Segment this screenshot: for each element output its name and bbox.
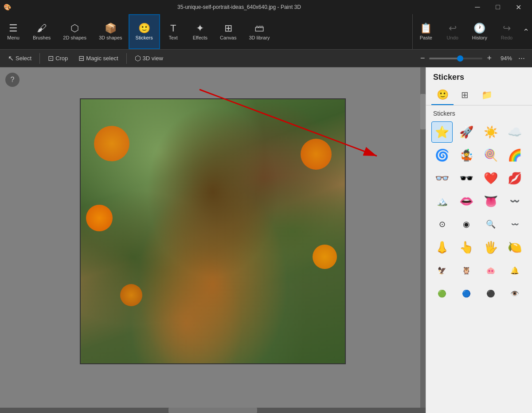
sticker-juggler[interactable]: 🤹 — [456, 144, 477, 166]
canvas-area: ? — [0, 67, 426, 413]
ribbon-right-item-redo[interactable]: ↪ Redo — [493, 14, 520, 49]
zoom-level-label: 94% — [496, 55, 512, 62]
tool-crop[interactable]: ⊡ Crop — [43, 52, 72, 64]
stickers-label: Stickers — [136, 35, 153, 40]
horizontal-scroll-thumb[interactable] — [168, 408, 257, 413]
sticker-rocket[interactable]: 🚀 — [456, 121, 477, 143]
ribbon-item-2dshapes[interactable]: ⬡ 2D shapes — [57, 14, 93, 49]
flower-2 — [86, 205, 113, 231]
zoom-plus-button[interactable]: + — [485, 54, 493, 63]
sticker-green-eye[interactable]: 🟢 — [431, 283, 453, 304]
ribbon: ☰ Menu 🖌 Brushes ⬡ 2D shapes 📦 3D shapes… — [0, 14, 532, 50]
magic_select-label: Magic select — [86, 55, 118, 62]
ribbon-tools: ☰ Menu 🖌 Brushes ⬡ 2D shapes 📦 3D shapes… — [0, 14, 412, 49]
ribbon-right: 📋 Paste ↩ Undo 🕐 History ↪ Redo — [412, 14, 520, 49]
tab-stickers[interactable]: 🙂 — [431, 86, 454, 105]
3dshapes-label: 3D shapes — [99, 35, 122, 40]
sticker-dark-eye[interactable]: ⚫ — [480, 283, 501, 304]
main-image — [80, 98, 346, 364]
redo-label: Redo — [501, 35, 512, 40]
sticker-spiral[interactable]: 🌀 — [431, 144, 453, 166]
toolbar-separator-3 — [126, 53, 127, 64]
more-options-button[interactable]: ··· — [515, 52, 528, 65]
zoom-slider[interactable] — [429, 58, 482, 59]
ribbon-item-text[interactable]: T Text — [160, 14, 187, 49]
tool-select[interactable]: ↖ Select — [4, 52, 36, 64]
sticker-eye3[interactable]: 🔍 — [480, 214, 501, 235]
sticker-sun[interactable]: ☀️ — [480, 121, 501, 143]
ribbon-right-item-history[interactable]: 🕐 History — [466, 14, 493, 49]
ribbon-right-item-paste[interactable]: 📋 Paste — [413, 14, 439, 49]
undo-label: Undo — [447, 35, 458, 40]
sticker-eye-detail[interactable]: 👁️ — [504, 283, 525, 304]
titlebar-controls: ─ □ ✕ — [467, 0, 528, 14]
main-area: ? — [0, 67, 532, 413]
3dshapes-icon: 📦 — [105, 23, 117, 33]
close-button[interactable]: ✕ — [508, 0, 528, 14]
ribbon-right-item-undo[interactable]: ↩ Undo — [439, 14, 466, 49]
sticker-cloud[interactable]: ☁️ — [504, 121, 525, 143]
help-button[interactable]: ? — [5, 73, 20, 87]
sticker-eye1[interactable]: ⊙ — [431, 214, 453, 235]
ribbon-item-menu[interactable]: ☰ Menu — [0, 14, 27, 49]
canvas-label: Canvas — [220, 35, 236, 40]
sticker-ear2[interactable]: 🖐️ — [480, 237, 501, 258]
sticker-fantasy-eye1[interactable]: 🦅 — [431, 260, 453, 281]
flower-1 — [94, 126, 129, 161]
menu-icon: ☰ — [9, 23, 18, 33]
paste-icon: 📋 — [420, 23, 432, 33]
3dview-label: 3D view — [143, 55, 163, 62]
redo-icon: ↪ — [503, 23, 511, 33]
ribbon-item-canvas[interactable]: ⊞ Canvas — [214, 14, 243, 49]
ribbon-item-3dshapes[interactable]: 📦 3D shapes — [93, 14, 129, 49]
sticker-pig-nose[interactable]: 🐽 — [480, 260, 501, 281]
stickers-grid: ⭐ 🚀 ☀️ ☁️ 🌀 🤹 🍭 🌈 👓 🕶️ ❤️ 💋 🏔️ 👄 👅 〰️ ⊙ … — [426, 120, 532, 306]
sticker-sunglasses[interactable]: 🕶️ — [456, 168, 477, 189]
crop-icon: ⊡ — [48, 54, 54, 62]
sticker-lips[interactable]: 💋 — [504, 168, 525, 189]
sticker-lollipop[interactable]: 🍭 — [480, 144, 501, 166]
sticker-star[interactable]: ⭐ — [431, 121, 453, 143]
tab-custom[interactable]: ⊞ — [454, 86, 476, 105]
maximize-button[interactable]: □ — [488, 0, 508, 14]
sticker-eyebrow[interactable]: 〰️ — [504, 214, 525, 235]
vertical-scrollbar[interactable] — [420, 67, 426, 408]
tool-3dview[interactable]: ⬡ 3D view — [130, 52, 168, 64]
toolbar: ↖ Select ⊡ Crop ⊟ Magic select ⬡ 3D view… — [0, 50, 532, 67]
sticker-rainbow[interactable]: 🌈 — [504, 144, 525, 166]
minimize-button[interactable]: ─ — [467, 0, 488, 14]
vertical-scroll-thumb[interactable] — [420, 94, 426, 129]
sticker-eyebrows[interactable]: 🏔️ — [431, 191, 453, 212]
panel-title: Stickers — [426, 67, 532, 82]
sticker-eye2[interactable]: ◉ — [456, 214, 477, 235]
zoom-area: − + 94% ··· — [419, 52, 528, 65]
sticker-mustache[interactable]: 〰️ — [504, 191, 525, 212]
history-label: History — [472, 35, 487, 40]
right-panel: Stickers 🙂 ⊞ 📁 Stickers ⭐ 🚀 ☀️ ☁️ 🌀 🤹 🍭 … — [426, 67, 532, 413]
sticker-nose1[interactable]: 👃 — [431, 237, 453, 258]
sticker-fantasy-eye2[interactable]: 🦉 — [456, 260, 477, 281]
effects-icon: ✦ — [196, 23, 204, 33]
horizontal-scrollbar[interactable] — [0, 408, 426, 413]
ribbon-item-brushes[interactable]: 🖌 Brushes — [27, 14, 57, 49]
zoom-minus-button[interactable]: − — [419, 54, 427, 63]
toolbar-tools: ↖ Select ⊡ Crop ⊟ Magic select ⬡ 3D view — [4, 52, 168, 64]
ribbon-item-stickers[interactable]: 🙂 Stickers — [129, 14, 160, 49]
ribbon-item-3dlibrary[interactable]: 🗃 3D library — [243, 14, 276, 49]
sticker-blue-eye[interactable]: 🔵 — [456, 283, 477, 304]
sticker-mouth[interactable]: 👄 — [456, 191, 477, 212]
sticker-ear3[interactable]: 🍋 — [504, 237, 525, 258]
sticker-glasses[interactable]: 👓 — [431, 168, 453, 189]
ribbon-collapse-button[interactable]: ⌃ — [520, 14, 532, 49]
sticker-heart[interactable]: ❤️ — [480, 168, 501, 189]
tool-magic_select[interactable]: ⊟ Magic select — [74, 52, 122, 64]
sticker-ear[interactable]: 👆 — [456, 237, 477, 258]
titlebar-title: 35-unique-self-portrait-ideas_640x640.jp… — [11, 4, 467, 10]
crop-label: Crop — [55, 55, 68, 62]
sticker-bell[interactable]: 🔔 — [504, 260, 525, 281]
sticker-tongue[interactable]: 👅 — [480, 191, 501, 212]
ribbon-item-effects[interactable]: ✦ Effects — [187, 14, 214, 49]
select-label: Select — [16, 55, 31, 62]
image-container — [80, 98, 346, 364]
tab-folder[interactable]: 📁 — [476, 86, 498, 105]
